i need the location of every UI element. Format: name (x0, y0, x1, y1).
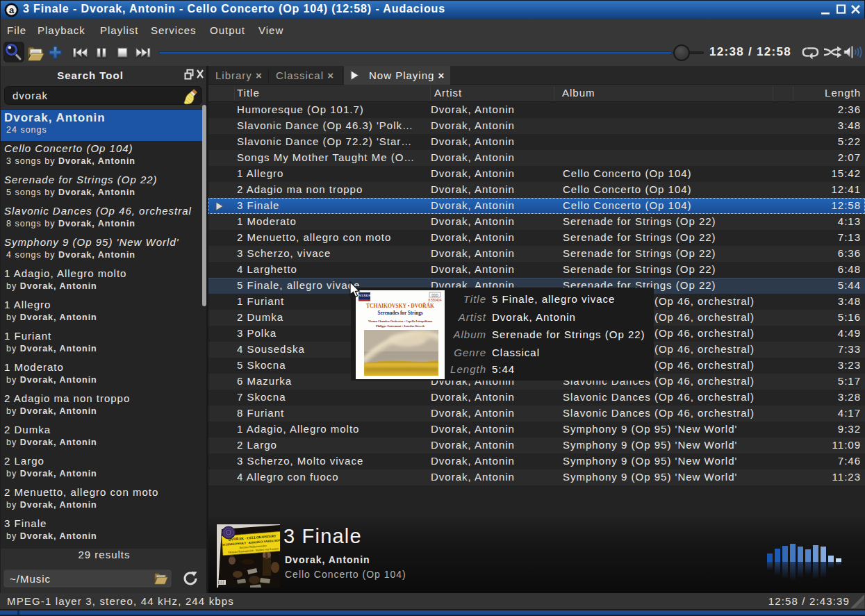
svg-text:a: a (9, 5, 15, 15)
svg-text:Philippe Entremont • Jaroslav: Philippe Entremont • Jaroslav Krecek (376, 324, 425, 328)
